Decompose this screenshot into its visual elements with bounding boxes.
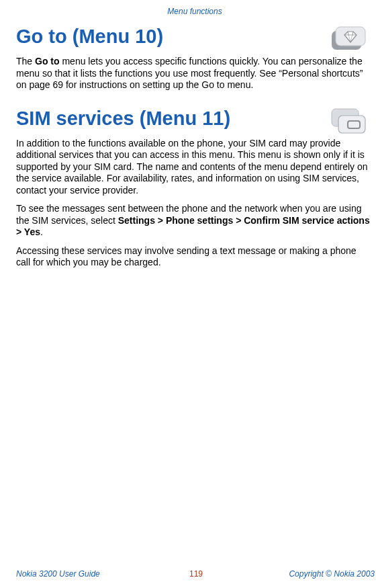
- paragraph-go-to: The Go to menu lets you access specific …: [16, 56, 373, 91]
- header-section-label: Menu functions: [16, 7, 373, 16]
- go-to-diamond-icon: [330, 26, 367, 51]
- page-footer: Nokia 3200 User Guide 119 Copyright © No…: [16, 569, 376, 579]
- paragraph-sim-1: In addition to the functions available o…: [16, 138, 373, 197]
- footer-copyright: Copyright © Nokia 2003: [289, 569, 376, 579]
- heading-sim-services: SIM services (Menu 11): [16, 108, 373, 130]
- footer-guide-title: Nokia 3200 User Guide: [16, 569, 100, 579]
- svg-rect-9: [338, 116, 365, 133]
- sim-services-cards-icon: [330, 108, 367, 134]
- bold-go-to: Go to: [35, 56, 60, 67]
- heading-go-to: Go to (Menu 10): [16, 26, 373, 48]
- sim-para2-post: .: [40, 226, 43, 237]
- section-go-to: Go to (Menu 10) The Go to menu lets you …: [16, 26, 373, 91]
- paragraph-sim-3: Accessing these services may involve sen…: [16, 245, 373, 269]
- paragraph-sim-2: To see the messages sent between the pho…: [16, 203, 373, 239]
- section-sim-services: SIM services (Menu 11) In addition to th…: [16, 108, 373, 269]
- footer-page-number: 119: [189, 569, 203, 579]
